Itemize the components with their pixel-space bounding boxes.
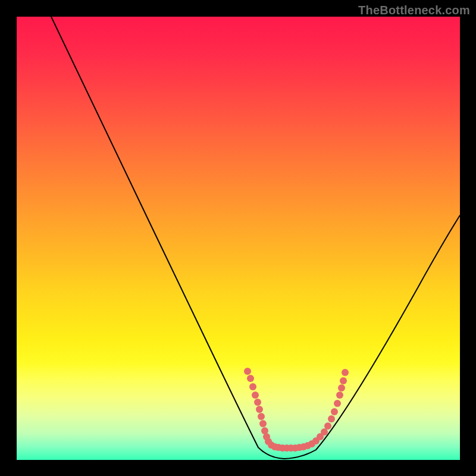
curve-dot [321, 428, 328, 436]
watermark-text: TheBottleneck.com [358, 4, 470, 17]
curve-dot [254, 399, 261, 406]
curve-dot [340, 377, 347, 384]
curve-dot [256, 406, 263, 413]
chart-svg [17, 17, 460, 460]
curve-dot [328, 415, 335, 422]
curve-dot [247, 375, 254, 382]
curve-dot [244, 368, 251, 375]
curve-dot [259, 420, 267, 427]
curve-dot [252, 392, 259, 399]
marker-dots [244, 368, 349, 452]
curve-dot [338, 384, 345, 392]
curve-dot [342, 369, 349, 376]
curve-dot [249, 383, 256, 390]
curve-dot [336, 392, 343, 399]
curve-dot [334, 400, 341, 407]
curve-dot [258, 413, 265, 420]
chart-area [17, 17, 460, 460]
curve-dot [331, 408, 338, 415]
curve-dot [324, 422, 331, 430]
